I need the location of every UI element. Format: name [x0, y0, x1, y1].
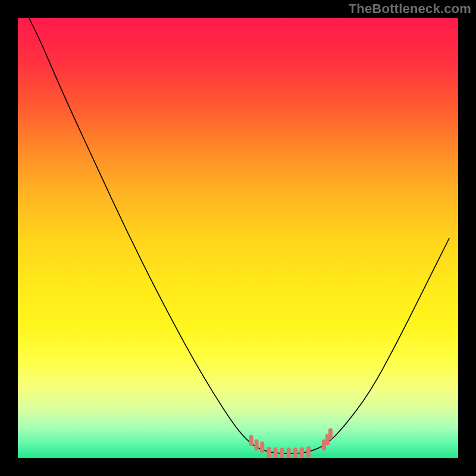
gradient-background: [18, 18, 458, 458]
plot-area: [18, 18, 458, 458]
chart-svg: [18, 18, 458, 458]
watermark-text: TheBottleneck.com: [349, 1, 471, 17]
chart-container: TheBottleneck.com: [0, 0, 476, 476]
